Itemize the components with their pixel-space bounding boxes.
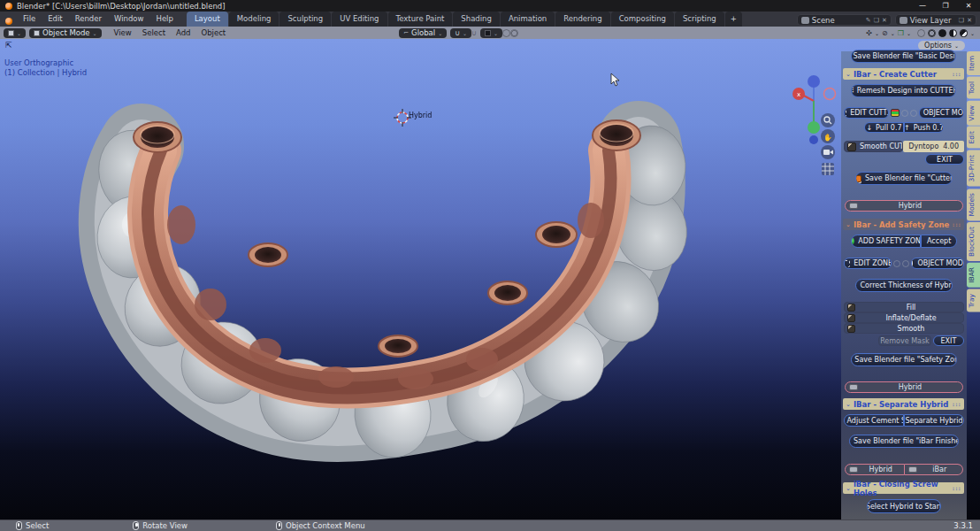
object-mode-button-zone[interactable]: OBJECT MODE	[911, 258, 964, 269]
mode-dropdown[interactable]: Object Mode ⌄	[29, 28, 102, 38]
save-ibar-finished-button[interactable]: Save Blender file "iBar Finished"	[849, 435, 959, 448]
drag-handle-icon[interactable]: :::	[953, 401, 961, 407]
color-attribute-icon[interactable]	[891, 109, 900, 117]
minimize-button[interactable]: —	[911, 0, 934, 12]
add-safety-zone-button[interactable]: ADD SAFETY ZONE	[851, 235, 921, 248]
drag-handle-icon[interactable]: :::	[953, 221, 961, 227]
ibar-object-field[interactable]: iBar	[905, 464, 964, 475]
brush-inflate-button[interactable]: Inflate/Deflate	[844, 312, 964, 323]
proportional-connected-icon[interactable]	[510, 29, 518, 37]
viewport-menu-view[interactable]: View	[109, 28, 137, 37]
close-button[interactable]: ✕	[957, 0, 980, 12]
drag-handle-icon[interactable]: :::	[953, 71, 961, 77]
solid-shading-icon[interactable]	[938, 29, 946, 37]
viewport-nav-controls[interactable]: x ✋	[789, 55, 838, 183]
sidebar-tab-blockout[interactable]: BlockOut	[967, 222, 980, 261]
drag-handle-icon[interactable]: :::	[953, 485, 961, 491]
proportional-falloff-dropdown[interactable]: ⌄	[480, 28, 502, 38]
viewport-menu-object[interactable]: Object	[195, 28, 231, 37]
hybrid-object-field[interactable]: Hybrid	[845, 200, 963, 212]
rendered-shading-icon[interactable]	[958, 27, 969, 39]
radius-icon[interactable]	[902, 260, 909, 267]
add-workspace-button[interactable]: +	[725, 12, 742, 27]
material-shading-icon[interactable]	[949, 29, 957, 37]
object-mode-button-cutter[interactable]: OBJECT MO...	[919, 107, 964, 119]
exit-safety-zone-button[interactable]: EXIT	[933, 335, 964, 346]
correct-thickness-button[interactable]: ✕ Correct Thickness of Hybrid	[855, 279, 953, 292]
brush-smooth-button[interactable]: Smooth	[844, 323, 964, 334]
render-pass-icon[interactable]	[917, 29, 925, 37]
workspace-tab-modeling[interactable]: Modeling	[229, 12, 279, 27]
edit-cutter-button[interactable]: EDIT CUTT...	[844, 107, 889, 119]
save-safety-zone-button[interactable]: Save Blender file "Safety Zone"	[851, 353, 957, 366]
hybrid-object-field-2[interactable]: Hybrid	[845, 381, 963, 393]
xray-toggle-icon[interactable]: ❒	[898, 29, 904, 37]
workspace-tab-shading[interactable]: Shading	[453, 12, 500, 27]
snap-dropdown[interactable]: ∪ ⌄	[450, 28, 471, 38]
panel-header-closing-screw-holes[interactable]: ⌄ iBar - Closing Screw Holes :::	[843, 482, 964, 494]
view-layer-selector[interactable]: View Layer ❏ ✕	[895, 14, 976, 26]
menu-file[interactable]: File	[17, 12, 42, 27]
workspace-tab-layout[interactable]: Layout	[187, 12, 228, 27]
3d-viewport[interactable]: ⇱ User Orthographic (1) Collection | Hyb…	[0, 39, 980, 519]
wireframe-shading-icon[interactable]	[928, 29, 936, 37]
sidebar-tab-tray[interactable]: Tray	[967, 289, 980, 312]
new-scene-icon[interactable]: ❏	[874, 17, 879, 24]
rotate-icon[interactable]	[893, 260, 900, 267]
edit-zone-button[interactable]: EDIT ZONE	[844, 258, 892, 269]
sidebar-tab-models[interactable]: Models	[967, 189, 980, 220]
blender-menu-icon[interactable]	[5, 18, 12, 25]
workspace-tab-uv-editing[interactable]: UV Editing	[332, 12, 387, 27]
radius-icon[interactable]	[910, 110, 917, 117]
proportional-toggle-icon[interactable]	[502, 29, 510, 37]
workspace-tab-texture-paint[interactable]: Texture Paint	[388, 12, 453, 27]
workspace-tab-compositing[interactable]: Compositing	[611, 12, 674, 27]
sidebar-tab-ibar[interactable]: IBAR	[967, 263, 980, 288]
menu-edit[interactable]: Edit	[42, 12, 68, 27]
viewport-menu-select[interactable]: Select	[137, 28, 171, 37]
panel-header-separate-hybrid[interactable]: ⌄ IBar - Separate Hybrid :::	[843, 398, 964, 410]
show-overlays-icon[interactable]: ⊘	[882, 29, 888, 37]
save-cutter-button[interactable]: Save Blender file "Cutter"	[855, 172, 953, 185]
brush-fill-button[interactable]: Fill	[844, 302, 964, 312]
new-view-layer-icon[interactable]: ❏	[959, 17, 964, 24]
panel-header-add-safety-zone[interactable]: ⌄ IBar - Add Safety Zone :::	[843, 219, 964, 230]
menu-help[interactable]: Help	[149, 12, 179, 27]
rotate-icon[interactable]	[901, 110, 908, 117]
scene-selector[interactable]: Scene ✎ ❏ ✕	[797, 14, 892, 26]
sidebar-tab-3d-print[interactable]: 3D-Print	[967, 150, 980, 187]
pull-button[interactable]: ↓ Pull 0.7	[864, 122, 904, 133]
menu-render[interactable]: Render	[69, 12, 108, 27]
smooth-cutter-button[interactable]: Smooth CUTTER	[844, 141, 903, 152]
editor-type-dropdown[interactable]: ⌄	[4, 28, 26, 38]
menu-window[interactable]: Window	[108, 12, 150, 27]
dyntopo-value[interactable]: 4.00	[943, 142, 959, 150]
sidebar-tab-tool[interactable]: Tool	[967, 77, 980, 99]
adjust-cement-button[interactable]: ⇆ Adjust Cement S..	[844, 414, 904, 427]
snap-toggle-icon[interactable]: ∪	[471, 29, 477, 37]
pin-icon[interactable]: ✎	[866, 17, 871, 24]
workspace-tab-sculpting[interactable]: Sculpting	[279, 12, 331, 27]
hybrid-object-field-3[interactable]: Hybrid	[845, 464, 905, 475]
workspace-tab-rendering[interactable]: Rendering	[555, 12, 609, 27]
separate-hybrid-button[interactable]: Separate Hybrid	[904, 414, 964, 427]
sidebar-tab-edit[interactable]: Edit	[967, 127, 980, 149]
accept-button[interactable]: Accept	[921, 235, 957, 248]
push-button[interactable]: ↑ Push 0.7	[904, 122, 944, 133]
dyntopo-field[interactable]: Dyntopo 4.00	[903, 141, 964, 152]
panel-header-create-cutter[interactable]: ⌄ IBar - Create Cutter :::	[843, 68, 964, 80]
workspace-tab-animation[interactable]: Animation	[501, 12, 555, 27]
unlink-scene-icon[interactable]: ✕	[882, 17, 887, 24]
save-basic-design-button[interactable]: Save Blender file "Basic Design"	[851, 50, 956, 63]
sidebar-tab-view[interactable]: View	[967, 101, 980, 126]
remove-mask-button[interactable]: Remove Mask	[878, 335, 931, 346]
workspace-tab-scripting[interactable]: Scripting	[675, 12, 724, 27]
maximize-button[interactable]: ❐	[934, 0, 957, 12]
show-gizmo-icon[interactable]: ✣	[866, 29, 872, 37]
remesh-cutter-button[interactable]: ⠿ Remesh Design into CUTTER	[851, 84, 956, 97]
exit-cutter-button[interactable]: EXIT	[925, 154, 964, 165]
orientation-dropdown[interactable]: ⌐ Global ⌄	[399, 28, 447, 38]
viewport-menu-add[interactable]: Add	[171, 28, 195, 37]
sidebar-tab-item[interactable]: Item	[967, 51, 980, 75]
select-hybrid-start-button[interactable]: Select Hybrid to Start	[867, 499, 941, 513]
